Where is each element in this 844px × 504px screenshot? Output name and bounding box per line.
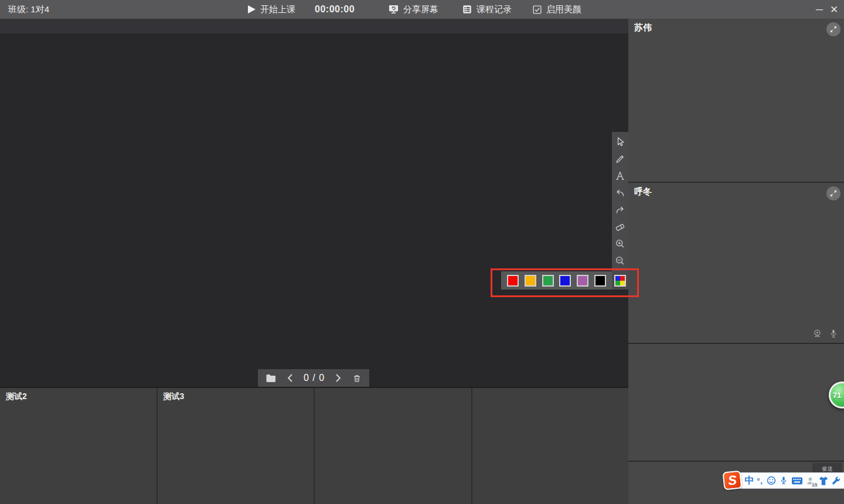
picker-quadrant (615, 276, 620, 281)
expand-video-button[interactable] (826, 22, 840, 36)
undo-icon (614, 187, 626, 199)
ime-voice-button[interactable] (779, 472, 788, 489)
select-tool-button[interactable] (612, 133, 628, 150)
color-swatch-blue[interactable] (559, 275, 571, 287)
sogou-logo-icon: S (727, 474, 737, 487)
drawing-toolbar (612, 132, 628, 289)
class-label: 班级: 1对4 (8, 0, 49, 19)
color-picker-button[interactable] (614, 275, 626, 287)
pencil-icon (614, 153, 626, 165)
smiley-icon (766, 475, 777, 486)
ime-member-badge: 15 (811, 482, 818, 488)
minimize-button[interactable]: — (814, 0, 825, 19)
student-name-label: 测试3 (164, 391, 185, 402)
webcam-icon (812, 328, 823, 339)
color-swatch-green[interactable] (542, 275, 554, 287)
course-record-icon (462, 4, 472, 15)
minimize-icon: — (816, 5, 823, 13)
chevron-right-icon (334, 373, 342, 383)
color-swatch-black[interactable] (594, 275, 606, 287)
zoom-out-icon (614, 255, 626, 267)
student-video-panel[interactable]: 测试2 (0, 388, 156, 504)
checkbox-checked-icon (532, 5, 542, 15)
eraser-tool-button[interactable] (612, 218, 628, 235)
page-navigation-bar: 0 / 0 (258, 369, 369, 387)
share-screen-button[interactable]: 分享屏幕 (388, 0, 438, 19)
local-video-panel[interactable] (628, 344, 844, 461)
student-video-panel[interactable] (315, 388, 471, 504)
text-tool-icon (614, 170, 626, 182)
keyboard-icon (791, 476, 803, 485)
prev-page-button[interactable] (286, 373, 294, 383)
ime-punctuation-button[interactable]: °, (757, 472, 763, 489)
ime-logo-button[interactable]: S (722, 470, 742, 490)
microphone-toggle[interactable] (828, 328, 839, 339)
classroom-app-window: 班级: 1对4 开始上课 00:00:00 分享屏幕 (0, 0, 844, 504)
assistant-badge-number: 71 (833, 391, 841, 400)
picker-quadrant (620, 276, 625, 281)
color-palette (501, 271, 612, 290)
start-class-button[interactable]: 开始上课 (247, 0, 295, 19)
wrench-icon (831, 476, 841, 486)
video-sidebar: 苏伟 呼冬 (628, 19, 844, 504)
play-icon (247, 5, 256, 14)
zoom-in-icon (614, 238, 626, 250)
student-video-panel-1[interactable]: 苏伟 (628, 19, 844, 182)
ime-account-button[interactable]: 15 (805, 472, 815, 489)
close-button[interactable]: ✕ (828, 0, 840, 19)
expand-video-button[interactable] (826, 186, 840, 200)
student-name-label: 测试2 (6, 391, 27, 402)
redo-icon (614, 204, 626, 216)
undo-button[interactable] (612, 184, 628, 201)
zoom-in-button[interactable] (612, 235, 628, 252)
student-video-panel[interactable]: 测试3 (158, 388, 314, 504)
color-swatch-orange[interactable] (525, 275, 536, 287)
title-bar: 班级: 1对4 开始上课 00:00:00 分享屏幕 (0, 0, 844, 19)
start-class-label: 开始上课 (260, 4, 295, 15)
ime-keyboard-button[interactable] (791, 472, 803, 489)
chevron-left-icon (286, 373, 294, 383)
redo-button[interactable] (612, 201, 628, 218)
student-video-panel[interactable] (472, 388, 629, 504)
media-controls (811, 328, 839, 339)
ime-toolbar: 中 °, (738, 472, 844, 489)
ime-settings-button[interactable] (831, 472, 841, 489)
ime-emoji-button[interactable] (766, 472, 777, 489)
student-name-label: 呼冬 (634, 186, 652, 197)
tshirt-icon (818, 476, 829, 486)
whiteboard-canvas[interactable] (0, 19, 628, 387)
text-tool-button[interactable] (612, 167, 628, 184)
color-picker-cell (612, 271, 628, 290)
delete-page-button[interactable] (352, 373, 362, 384)
pen-tool-button[interactable] (612, 150, 628, 167)
student-name-label: 苏伟 (634, 22, 652, 33)
picker-quadrant (615, 281, 620, 285)
share-screen-icon (388, 4, 399, 15)
bottom-video-strip: 测试2 测试3 (0, 387, 628, 504)
next-page-button[interactable] (334, 373, 342, 383)
webcam-toggle[interactable] (811, 328, 823, 339)
expand-icon (829, 189, 838, 198)
share-screen-label: 分享屏幕 (403, 4, 438, 15)
close-icon: ✕ (830, 4, 838, 16)
course-record-label: 课程记录 (477, 4, 512, 15)
folder-icon (265, 373, 277, 383)
cursor-icon (614, 136, 626, 148)
beauty-filter-toggle[interactable]: 启用美颜 (532, 0, 581, 19)
class-timer: 00:00:00 (315, 0, 355, 19)
color-swatch-purple[interactable] (577, 275, 588, 287)
page-indicator: 0 / 0 (304, 373, 325, 383)
ime-skin-button[interactable] (818, 472, 829, 489)
whiteboard-top-band (0, 19, 628, 33)
microphone-icon (779, 475, 788, 486)
zoom-out-button[interactable] (612, 252, 628, 269)
color-swatch-red[interactable] (507, 275, 519, 287)
course-record-button[interactable]: 课程记录 (462, 0, 512, 19)
trash-icon (352, 373, 362, 384)
ime-language-mode-button[interactable]: 中 (745, 472, 754, 489)
open-file-button[interactable] (265, 373, 277, 383)
picker-quadrant (620, 281, 625, 285)
student-video-panel-2[interactable]: 呼冬 (628, 183, 844, 343)
eraser-icon (614, 221, 626, 233)
beauty-filter-label: 启用美颜 (546, 4, 581, 15)
